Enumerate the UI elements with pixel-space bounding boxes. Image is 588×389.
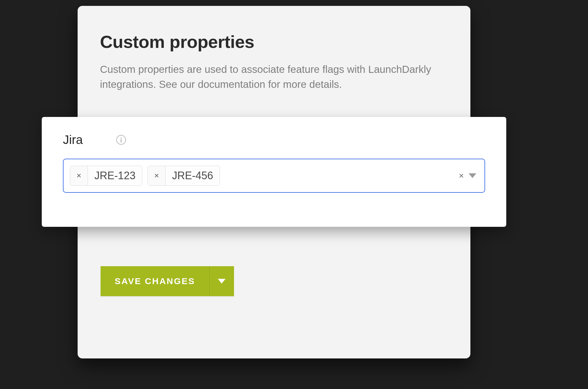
tags-container: × JRE-123 × JRE-456 xyxy=(70,166,459,186)
close-icon: × xyxy=(459,171,464,180)
field-label: Jira xyxy=(63,133,83,147)
multiselect-controls: × xyxy=(459,171,478,180)
jira-multiselect-input[interactable]: × JRE-123 × JRE-456 × xyxy=(63,159,485,193)
clear-all-button[interactable]: × xyxy=(459,171,464,180)
tag-remove-button[interactable]: × xyxy=(148,166,166,185)
close-icon: × xyxy=(76,171,81,180)
field-header-row: Jira xyxy=(63,133,485,147)
property-input-card: Jira × JRE-123 × JRE-456 xyxy=(42,117,506,227)
save-dropdown-button[interactable] xyxy=(209,266,234,296)
svg-rect-3 xyxy=(121,139,122,142)
tag-remove-button[interactable]: × xyxy=(70,166,88,185)
tag-item: × JRE-456 xyxy=(148,166,220,186)
panel-description: Custom properties are used to associate … xyxy=(100,62,441,92)
svg-marker-0 xyxy=(218,279,225,284)
save-button-group: SAVE CHANGES xyxy=(101,266,234,296)
close-icon: × xyxy=(154,171,159,180)
svg-point-2 xyxy=(121,137,122,138)
dropdown-toggle-button[interactable] xyxy=(469,173,476,178)
panel-heading: Custom properties xyxy=(100,32,448,52)
tag-label: JRE-123 xyxy=(88,166,142,185)
tag-item: × JRE-123 xyxy=(70,166,142,186)
caret-down-icon xyxy=(218,279,225,284)
caret-down-icon xyxy=(469,173,476,178)
svg-marker-4 xyxy=(469,173,476,178)
info-icon[interactable] xyxy=(116,135,126,145)
tag-label: JRE-456 xyxy=(166,166,220,185)
save-changes-button[interactable]: SAVE CHANGES xyxy=(101,266,209,296)
